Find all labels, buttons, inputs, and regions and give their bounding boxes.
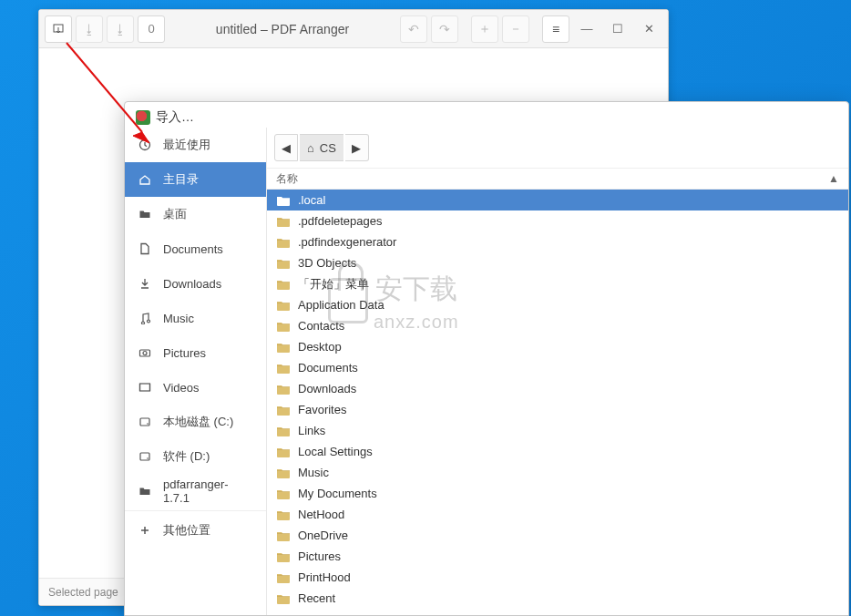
camera-icon	[138, 346, 152, 359]
video-icon	[138, 381, 152, 394]
file-row[interactable]: Desktop	[267, 336, 848, 357]
column-name: 名称	[276, 171, 828, 187]
sidebar-item--[interactable]: 主目录	[125, 162, 266, 197]
import-button[interactable]	[45, 15, 72, 43]
folder-icon	[276, 508, 291, 521]
places-sidebar: 最近使用主目录桌面DocumentsDownloadsMusicPictures…	[125, 128, 267, 615]
folder-icon	[276, 425, 291, 437]
file-row[interactable]: .pdfindexgenerator	[267, 231, 848, 252]
file-panel: ◀ ⌂ CS ▶ 名称 ▲ .local.pdfdeletepages.pdfi…	[267, 128, 848, 615]
file-row[interactable]: .pdfdeletepages	[267, 210, 848, 231]
file-list: .local.pdfdeletepages.pdfindexgenerator3…	[267, 190, 848, 615]
svg-rect-9	[140, 453, 149, 460]
folder-icon	[276, 404, 291, 416]
sidebar-item-music[interactable]: Music	[125, 301, 266, 335]
import-dialog: 导入… 最近使用主目录桌面DocumentsDownloadsMusicPict…	[124, 101, 849, 616]
svg-point-5	[143, 352, 147, 355]
svg-point-8	[147, 423, 149, 425]
sort-indicator-icon: ▲	[828, 172, 839, 185]
folder-icon	[276, 467, 291, 479]
file-row[interactable]: Links	[267, 420, 848, 441]
sidebar-item-videos[interactable]: Videos	[125, 370, 266, 405]
clock-icon	[138, 139, 152, 151]
doc-icon	[138, 242, 152, 255]
path-bar: ◀ ⌂ CS ▶	[267, 128, 848, 168]
folder-icon	[276, 320, 291, 333]
path-current[interactable]: ⌂ CS	[300, 134, 343, 161]
zoom-in-button[interactable]: ＋	[471, 15, 498, 43]
music-icon	[138, 312, 152, 324]
app-icon	[136, 110, 150, 125]
save-button[interactable]: ⭳	[76, 15, 103, 43]
menu-button[interactable]: ≡	[542, 15, 569, 43]
sidebar-item-pictures[interactable]: Pictures	[125, 335, 266, 370]
folder-icon	[276, 194, 291, 207]
folder-icon	[138, 485, 152, 498]
folder-icon	[276, 236, 291, 249]
file-row[interactable]: Contacts	[267, 315, 848, 336]
sidebar-item-downloads[interactable]: Downloads	[125, 266, 266, 301]
folder-icon	[276, 299, 291, 312]
file-row[interactable]: Pictures	[267, 546, 848, 567]
sidebar-other-locations[interactable]: 其他位置	[125, 513, 266, 548]
folder-icon	[276, 571, 291, 584]
file-row[interactable]: .local	[267, 190, 848, 210]
folder-icon	[138, 208, 152, 221]
svg-rect-7	[140, 418, 149, 426]
home-icon	[138, 173, 152, 186]
sidebar-item-pdfarranger-1-7-1[interactable]: pdfarranger-1.7.1	[125, 474, 266, 508]
sidebar-item--[interactable]: 桌面	[125, 197, 266, 231]
save-as-button[interactable]: ⭳	[107, 15, 134, 43]
home-icon: ⌂	[307, 141, 314, 155]
maximize-button[interactable]: ☐	[604, 15, 631, 43]
file-row[interactable]: NetHood	[267, 504, 848, 525]
file-row[interactable]: Favorites	[267, 399, 848, 420]
folder-icon	[276, 341, 291, 354]
file-row[interactable]: OneDrive	[267, 525, 848, 546]
download-icon	[138, 277, 152, 290]
folder-icon	[276, 550, 291, 563]
file-row[interactable]: My Documents	[267, 483, 848, 504]
zoom-out-button[interactable]: －	[502, 15, 529, 43]
redo-button[interactable]: ↷	[431, 15, 458, 43]
svg-point-10	[147, 457, 149, 459]
undo-button[interactable]: ↶	[400, 15, 427, 43]
sidebar-item-documents[interactable]: Documents	[125, 231, 266, 266]
sidebar-item--c-[interactable]: 本地磁盘 (C:)	[125, 405, 266, 439]
file-row[interactable]: Documents	[267, 357, 848, 378]
plus-icon	[138, 524, 152, 537]
dialog-title-text: 导入…	[156, 109, 194, 126]
titlebar: ⭳ ⭳ 0 untitled – PDF Arranger ↶ ↷ ＋ － ≡ …	[39, 10, 668, 48]
file-row[interactable]: PrintHood	[267, 567, 848, 588]
sidebar-item--d-[interactable]: 软件 (D:)	[125, 439, 266, 474]
file-row[interactable]: 「开始」菜单	[267, 273, 848, 294]
file-row[interactable]: 3D Objects	[267, 252, 848, 273]
file-list-header[interactable]: 名称 ▲	[267, 168, 848, 190]
folder-icon	[276, 215, 291, 228]
folder-icon	[276, 446, 291, 458]
file-row[interactable]: Recent	[267, 588, 848, 609]
folder-icon	[276, 529, 291, 542]
file-row[interactable]: Music	[267, 462, 848, 483]
file-row[interactable]: Downloads	[267, 378, 848, 399]
dialog-titlebar: 导入…	[125, 102, 848, 128]
disk-icon	[138, 450, 152, 463]
close-button[interactable]: ✕	[635, 15, 662, 43]
path-forward-button[interactable]: ▶	[345, 134, 369, 161]
sidebar-item--[interactable]: 最近使用	[125, 128, 266, 162]
file-row[interactable]: Application Data	[267, 294, 848, 315]
folder-icon	[276, 278, 291, 291]
page-counter: 0	[138, 15, 165, 43]
minimize-button[interactable]: ―	[573, 15, 600, 43]
folder-icon	[276, 362, 291, 375]
folder-icon	[276, 488, 291, 500]
path-back-button[interactable]: ◀	[274, 134, 298, 161]
file-row[interactable]: Local Settings	[267, 441, 848, 462]
folder-icon	[276, 257, 291, 270]
window-title: untitled – PDF Arranger	[169, 22, 396, 36]
folder-icon	[276, 592, 291, 605]
folder-icon	[276, 383, 291, 395]
svg-rect-6	[140, 384, 150, 391]
disk-icon	[138, 416, 152, 428]
